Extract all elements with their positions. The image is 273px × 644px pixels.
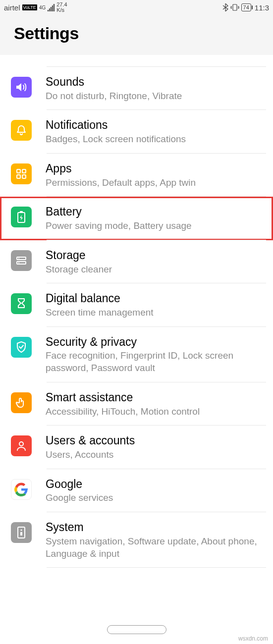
- svg-point-9: [18, 258, 19, 259]
- watermark: wsxdn.com: [238, 635, 268, 642]
- smart-title: Smart assistance: [46, 390, 261, 405]
- system-title: System: [46, 520, 261, 535]
- carrier-label: airtel: [4, 3, 20, 12]
- notifications-subtitle: Badges, Lock screen notifications: [46, 133, 261, 146]
- svg-rect-0: [233, 4, 237, 10]
- svg-point-11: [19, 442, 23, 446]
- security-title: Security & privacy: [46, 335, 261, 349]
- apps-icon: [11, 163, 32, 184]
- navigation-bar[interactable]: [0, 625, 273, 634]
- time-label: 11:3: [255, 3, 269, 12]
- battery-title: Battery: [46, 205, 261, 219]
- security-icon: [11, 337, 32, 358]
- status-left: airtel VoLTE 4G 27.4K/s: [4, 2, 67, 13]
- status-bar: airtel VoLTE 4G 27.4K/s 74 11:3: [0, 0, 273, 14]
- apps-subtitle: Permissions, Default apps, App twin: [46, 177, 261, 189]
- svg-rect-14: [20, 532, 22, 536]
- storage-subtitle: Storage cleaner: [46, 264, 261, 276]
- svg-rect-7: [17, 257, 26, 260]
- battery-icon: 74: [241, 3, 253, 11]
- speed-label: 27.4K/s: [56, 2, 67, 13]
- digital-balance-icon: [11, 293, 32, 314]
- settings-item-smart-assistance[interactable]: Smart assistance Accessibility, HiTouch,…: [0, 382, 273, 426]
- smart-subtitle: Accessibility, HiTouch, Motion control: [46, 406, 261, 418]
- system-icon: [11, 522, 32, 543]
- security-subtitle: Face recognition, Fingerprint ID, Lock s…: [46, 350, 261, 374]
- settings-item-security[interactable]: Security & privacy Face recognition, Fin…: [0, 327, 273, 382]
- settings-item-users[interactable]: Users & accounts Users, Accounts: [0, 426, 273, 469]
- storage-title: Storage: [46, 248, 261, 263]
- balance-title: Digital balance: [46, 291, 261, 306]
- settings-item-battery[interactable]: Battery Power saving mode, Battery usage: [0, 197, 273, 240]
- page-title: Settings: [14, 24, 259, 43]
- settings-item-google[interactable]: Google Google services: [0, 469, 273, 512]
- status-right: 74 11:3: [222, 3, 269, 12]
- network-label: 4G: [39, 5, 46, 10]
- svg-rect-8: [17, 262, 26, 264]
- nav-pill-icon[interactable]: [107, 625, 166, 634]
- storage-icon: [11, 250, 32, 271]
- sounds-subtitle: Do not disturb, Ringtone, Vibrate: [46, 90, 261, 103]
- sounds-icon: [11, 77, 32, 98]
- google-subtitle: Google services: [46, 492, 261, 504]
- settings-item-apps[interactable]: Apps Permissions, Default apps, App twin: [0, 154, 273, 197]
- notifications-title: Notifications: [46, 118, 261, 132]
- settings-item-notifications[interactable]: Notifications Badges, Lock screen notifi…: [0, 110, 273, 153]
- users-title: Users & accounts: [46, 433, 261, 448]
- truncated-row: [0, 55, 273, 67]
- users-subtitle: Users, Accounts: [46, 449, 261, 461]
- svg-rect-1: [17, 169, 20, 173]
- smart-assistance-icon: [11, 392, 32, 413]
- svg-rect-4: [22, 175, 26, 178]
- users-icon: [11, 435, 32, 456]
- battery-subtitle: Power saving mode, Battery usage: [46, 220, 261, 232]
- svg-point-13: [21, 530, 22, 531]
- google-title: Google: [46, 477, 261, 491]
- battery-icon: [11, 207, 32, 227]
- svg-rect-3: [17, 175, 20, 178]
- vibrate-icon: [230, 3, 239, 11]
- signal-icon: [48, 4, 55, 11]
- apps-title: Apps: [46, 161, 261, 176]
- settings-list: Sounds Do not disturb, Ringtone, Vibrate…: [0, 55, 273, 568]
- bluetooth-icon: [222, 3, 228, 11]
- settings-item-sounds[interactable]: Sounds Do not disturb, Ringtone, Vibrate: [0, 67, 273, 110]
- settings-item-storage[interactable]: Storage Storage cleaner: [0, 240, 273, 283]
- settings-item-digital-balance[interactable]: Digital balance Screen time management: [0, 283, 273, 326]
- svg-point-10: [18, 262, 19, 263]
- settings-item-system[interactable]: System System navigation, Software updat…: [0, 512, 273, 568]
- svg-rect-2: [22, 169, 26, 173]
- svg-rect-6: [20, 211, 23, 213]
- notifications-icon: [11, 120, 32, 141]
- sounds-title: Sounds: [46, 75, 261, 89]
- volte-badge: VoLTE: [22, 4, 37, 10]
- system-subtitle: System navigation, Software update, Abou…: [46, 536, 261, 560]
- balance-subtitle: Screen time management: [46, 307, 261, 319]
- google-icon: [11, 479, 32, 500]
- settings-header: Settings: [0, 14, 273, 55]
